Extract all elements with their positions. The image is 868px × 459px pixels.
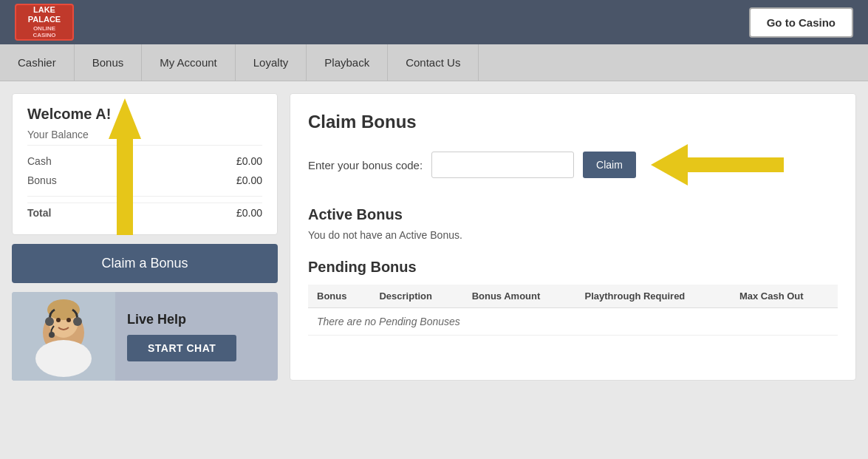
balance-label: Your Balance xyxy=(27,129,262,146)
bonus-code-row: Enter your bonus code: Claim xyxy=(308,152,636,178)
logo-box: LAKE PALACE ONLINECASINO xyxy=(15,4,74,41)
live-help-person-svg xyxy=(12,292,115,381)
arrow-up-body xyxy=(117,139,133,235)
bonus-code-input[interactable] xyxy=(431,152,574,178)
live-help-box: Live Help START CHAT xyxy=(12,292,278,381)
arrow-right-body xyxy=(688,157,784,172)
balance-cash-row: Cash £0.00 xyxy=(27,152,262,171)
svg-point-7 xyxy=(49,332,55,338)
cash-value: £0.00 xyxy=(236,155,262,167)
header: LAKE PALACE ONLINECASINO Go to Casino xyxy=(0,0,868,44)
bonus-value: £0.00 xyxy=(236,174,262,186)
live-help-title: Live Help xyxy=(127,312,266,327)
live-help-content: Live Help START CHAT xyxy=(115,303,278,370)
pending-bonus-title: Pending Bonus xyxy=(308,259,838,276)
col-description: Description xyxy=(370,285,462,308)
nav-item-playback[interactable]: Playback xyxy=(307,44,388,81)
go-to-casino-button[interactable]: Go to Casino xyxy=(749,7,853,38)
cash-label: Cash xyxy=(27,155,52,167)
bonus-code-section: Enter your bonus code: Claim xyxy=(308,144,838,186)
welcome-box: Welcome A! Your Balance Cash £0.00 Bonus… xyxy=(12,93,278,235)
no-active-bonus-text: You do not have an Active Bonus. xyxy=(308,229,838,241)
col-playthrough: Playthrough Required xyxy=(576,285,731,308)
svg-point-8 xyxy=(56,318,61,322)
logo-text-sub: ONLINECASINO xyxy=(33,25,55,39)
claim-bonus-title: Claim Bonus xyxy=(308,112,838,132)
welcome-title: Welcome A! xyxy=(27,106,262,123)
svg-point-9 xyxy=(66,318,71,322)
active-bonus-title: Active Bonus xyxy=(308,206,838,223)
arrow-right-annotation xyxy=(651,144,784,186)
nav-item-loyalty[interactable]: Loyalty xyxy=(236,44,307,81)
total-label: Total xyxy=(27,207,51,219)
claim-bonus-button[interactable]: Claim a Bonus xyxy=(12,244,278,283)
balance-divider xyxy=(27,196,262,197)
col-bonus-amount: Bonus Amount xyxy=(463,285,576,308)
start-chat-button[interactable]: START CHAT xyxy=(127,335,236,361)
balance-bonus-row: Bonus £0.00 xyxy=(27,171,262,190)
navigation: Cashier Bonus My Account Loyalty Playbac… xyxy=(0,44,868,81)
logo-text-top: LAKE PALACE xyxy=(16,5,72,24)
bonus-label: Bonus xyxy=(27,174,57,186)
total-value: £0.00 xyxy=(236,207,262,219)
svg-point-4 xyxy=(35,340,92,377)
bonus-table-head: Bonus Description Bonus Amount Playthrou… xyxy=(308,285,838,308)
nav-item-contact-us[interactable]: Contact Us xyxy=(388,44,479,81)
no-pending-row: There are no Pending Bonuses xyxy=(308,308,838,336)
nav-item-bonus[interactable]: Bonus xyxy=(75,44,143,81)
arrow-up-head xyxy=(109,98,141,139)
nav-item-cashier[interactable]: Cashier xyxy=(0,44,75,81)
claim-code-button[interactable]: Claim xyxy=(583,152,636,178)
pending-bonus-table: Bonus Description Bonus Amount Playthrou… xyxy=(308,285,838,336)
nav-item-my-account[interactable]: My Account xyxy=(142,44,236,81)
bonus-table-header-row: Bonus Description Bonus Amount Playthrou… xyxy=(308,285,838,308)
main-content: Welcome A! Your Balance Cash £0.00 Bonus… xyxy=(0,81,868,392)
bonus-table-body: There are no Pending Bonuses xyxy=(308,308,838,336)
arrow-right-head xyxy=(651,144,688,186)
arrow-up-annotation xyxy=(109,98,141,235)
live-help-image xyxy=(12,292,115,381)
col-max-cash-out: Max Cash Out xyxy=(731,285,838,308)
no-pending-text: There are no Pending Bonuses xyxy=(308,308,838,336)
right-panel: Claim Bonus Enter your bonus code: Claim… xyxy=(290,93,856,381)
bonus-code-label: Enter your bonus code: xyxy=(308,159,423,171)
logo: LAKE PALACE ONLINECASINO xyxy=(15,4,74,41)
svg-point-5 xyxy=(45,317,54,326)
balance-total-row: Total £0.00 xyxy=(27,203,262,222)
svg-point-6 xyxy=(73,317,82,326)
svg-point-3 xyxy=(47,299,80,320)
left-panel: Welcome A! Your Balance Cash £0.00 Bonus… xyxy=(12,93,278,381)
col-bonus: Bonus xyxy=(308,285,370,308)
